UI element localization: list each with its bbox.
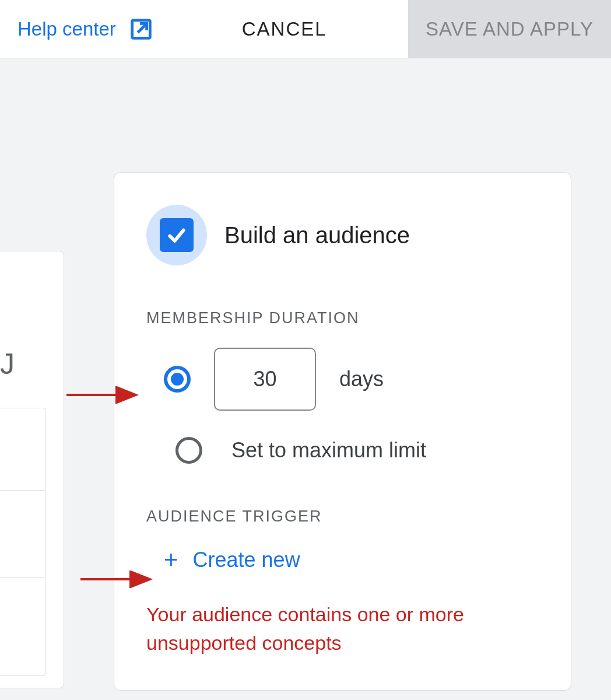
build-audience-checkbox[interactable] — [160, 218, 194, 252]
help-center-link[interactable]: Help center — [17, 16, 154, 43]
duration-input[interactable] — [214, 348, 316, 411]
cancel-button[interactable]: CANCEL — [230, 18, 339, 40]
check-icon — [165, 223, 188, 247]
max-limit-label: Set to maximum limit — [231, 438, 426, 463]
external-link-icon — [128, 16, 154, 43]
build-audience-title: Build an audience — [224, 222, 410, 249]
header-bar: Help center CANCEL SAVE AND APPLY — [0, 0, 611, 58]
partial-panel-char: J — [0, 347, 9, 376]
save-apply-button[interactable]: SAVE AND APPLY — [408, 0, 611, 59]
radio-max-limit[interactable] — [175, 437, 202, 464]
audience-card: Build an audience MEMBERSHIP DURATION da… — [114, 172, 571, 691]
help-center-label: Help center — [17, 18, 116, 40]
annotation-arrow-icon — [78, 570, 159, 588]
annotation-arrow-icon — [64, 386, 145, 404]
membership-duration-label: MEMBERSHIP DURATION — [146, 309, 542, 327]
partial-inner-card — [0, 408, 45, 676]
max-limit-row: Set to maximum limit — [175, 437, 542, 464]
radio-dot-icon — [171, 373, 184, 386]
duration-days-row: days — [164, 348, 542, 411]
build-audience-row: Build an audience — [146, 205, 542, 265]
plus-icon: + — [164, 546, 178, 574]
audience-trigger-section: AUDIENCE TRIGGER + Create new Your audie… — [146, 508, 542, 658]
error-message: Your audience contains one or more unsup… — [146, 600, 542, 658]
partial-divider — [0, 490, 45, 491]
cancel-label: CANCEL — [242, 18, 327, 40]
checkbox-halo — [146, 205, 207, 265]
radio-days[interactable] — [164, 366, 191, 393]
days-label: days — [339, 367, 384, 391]
save-apply-label: SAVE AND APPLY — [426, 18, 594, 40]
create-new-button[interactable]: + Create new — [164, 546, 542, 574]
partial-divider — [0, 578, 45, 578]
content-area: J Build an audience MEMBERSHIP DURATION … — [0, 58, 611, 700]
create-new-label: Create new — [193, 548, 300, 572]
audience-trigger-label: AUDIENCE TRIGGER — [146, 508, 542, 526]
